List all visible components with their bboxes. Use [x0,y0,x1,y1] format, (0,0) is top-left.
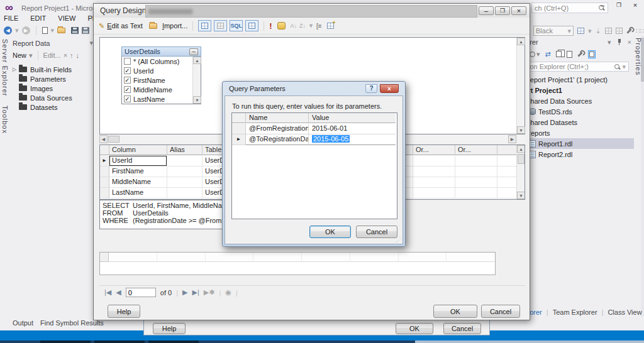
tree-item-data-sources[interactable]: Data Sources [13,93,93,102]
criteria-cell-alias[interactable] [167,166,203,177]
scroll-down-icon[interactable]: ▼ [517,126,525,134]
move-up-icon[interactable]: ↑ [70,52,74,59]
table-layout2-icon[interactable] [616,28,623,34]
panel-close-icon[interactable]: × [628,38,631,46]
copy-icon[interactable] [556,51,562,57]
stop-icon[interactable]: ◉ [225,288,231,297]
table-widget-scrollbar[interactable]: ▲ ▼ [192,57,201,104]
tab-output[interactable]: Output [13,319,33,327]
new-file-icon[interactable] [42,27,48,34]
scroll-up-icon[interactable]: ▲ [517,145,525,153]
criteria-cell-alias[interactable] [167,177,203,188]
last-record-icon[interactable]: ▶| [192,288,199,297]
results-cell[interactable] [157,253,206,262]
qd-cancel-button[interactable]: Cancel [481,305,520,318]
criteria-cell[interactable] [413,177,455,188]
minimize-window-icon[interactable]: – [596,1,609,9]
row-marker-cell[interactable]: ► [232,134,246,145]
sort-ascending-icon[interactable]: A↓ [291,23,297,29]
tree-item-datasets[interactable]: Datasets [13,102,93,112]
menu-view[interactable]: VIEW [58,14,75,22]
dialog-close-icon[interactable]: × [380,84,399,93]
column-row-lastname[interactable]: LastName [122,94,192,104]
row-marker-cell[interactable] [100,188,109,199]
param-name-cell[interactable]: @ToRegistrationDate [246,134,309,145]
column-header[interactable]: Column [109,145,167,155]
snap-icons[interactable]: ∷∷ [636,27,644,35]
column-row-middlename[interactable]: MiddleName [122,85,192,94]
results-cell[interactable] [206,253,254,262]
new-button[interactable]: New [13,52,26,59]
criteria-cell[interactable] [413,166,455,177]
execute-query-icon[interactable]: ! [269,21,272,31]
param-value-cell[interactable]: 2015-06-01 [309,124,396,134]
remove-filter-icon[interactable]: ▼ [308,23,314,29]
move-down-icon[interactable]: ↓ [76,52,80,59]
or-header-2[interactable]: Or... [455,145,497,155]
navigate-back-dropdown-icon[interactable]: ▾ [15,26,19,35]
collapse-all-icon[interactable]: ▾ [530,50,540,58]
criteria-cell-column[interactable]: MiddleName [109,177,167,188]
param-name-cell[interactable]: @FromRegistrationDate [246,124,309,134]
import-button[interactable]: Import... [162,22,187,30]
show-sql-pane-button[interactable]: SQL [230,20,243,31]
checkbox-checked[interactable] [124,77,131,84]
table-layout-icon[interactable] [605,28,612,34]
criteria-vscrollbar[interactable]: ▲ ▼ [516,145,525,199]
value-header[interactable]: Value [309,113,396,123]
sql-pane[interactable]: SELECT UserId, FirstName, MiddleName, La… [99,200,225,229]
row-marker-cell[interactable] [232,124,246,134]
criteria-cell-column[interactable]: UserId [109,156,167,166]
dataset-help-button[interactable]: Help [153,323,186,334]
tree-item-images[interactable]: Images [13,84,93,93]
dialog-help-icon[interactable]: ? [365,84,377,93]
tab-class-view[interactable]: Class View [608,308,641,316]
dialog-titlebar[interactable]: Query Parameters ? × [223,82,405,95]
save-all-icon[interactable] [82,27,89,34]
param-value-cell[interactable]: 2015-06-05 [309,134,396,145]
criteria-cell[interactable] [455,166,497,177]
navigate-forward-icon[interactable]: ▶ [22,26,30,35]
border-color-combobox[interactable]: Black ▾ [533,26,574,36]
show-diagram-pane-button[interactable] [198,20,211,31]
border-style-dropdown-icon[interactable]: ▾ [588,27,592,35]
delete-icon[interactable]: × [64,52,67,59]
query-parameters-icon[interactable] [277,22,286,30]
results-row-header[interactable] [100,253,109,262]
checkbox-checked[interactable] [124,67,131,74]
results-cell[interactable] [109,253,157,262]
right-scrollbar[interactable] [641,36,644,317]
first-record-icon[interactable]: |◀ [104,288,111,297]
minimize-icon[interactable]: – [479,6,494,15]
restore-window-icon[interactable]: ❐ [613,2,625,8]
new-file-dropdown-icon[interactable]: ▾ [51,26,55,35]
scroll-down-icon[interactable]: ▼ [193,96,201,104]
maximize-icon[interactable]: ❐ [495,6,510,15]
tab-properties[interactable]: Properties [635,38,642,75]
scroll-right-icon[interactable]: ▶ [508,135,516,143]
row-marker-cell[interactable]: ► [100,156,109,166]
panel-menu-icon[interactable]: ▾ [608,38,611,46]
hscroll-thumb[interactable] [108,136,119,143]
sync-icon[interactable]: ⇄ [545,50,551,58]
edit-as-text-button[interactable]: Edit as Text [107,22,143,30]
dataset-ok-button[interactable]: OK [396,323,433,334]
results-cell[interactable] [399,253,447,262]
vscroll-thumb[interactable] [518,154,525,164]
criteria-cell[interactable] [413,156,455,166]
qd-ok-button[interactable]: OK [433,305,477,318]
navigate-back-icon[interactable]: ◀ [4,26,12,35]
results-cell[interactable] [302,253,350,262]
group-by-icon[interactable]: [≡ [316,23,322,30]
resize-grip[interactable]: ⋰ [396,237,401,243]
scroll-down-icon[interactable]: ▼ [517,192,525,199]
criteria-cell-alias[interactable] [167,156,203,166]
name-header[interactable]: Name [246,113,309,123]
criteria-cell[interactable] [455,177,497,188]
show-all-files-icon[interactable] [588,50,596,58]
criteria-cell[interactable] [413,188,455,199]
save-icon[interactable] [71,27,79,34]
column-row-userid[interactable]: UserId [122,66,192,75]
menu-file[interactable]: FILE [4,14,18,22]
tab-team-explorer[interactable]: Team Explorer [553,308,597,316]
